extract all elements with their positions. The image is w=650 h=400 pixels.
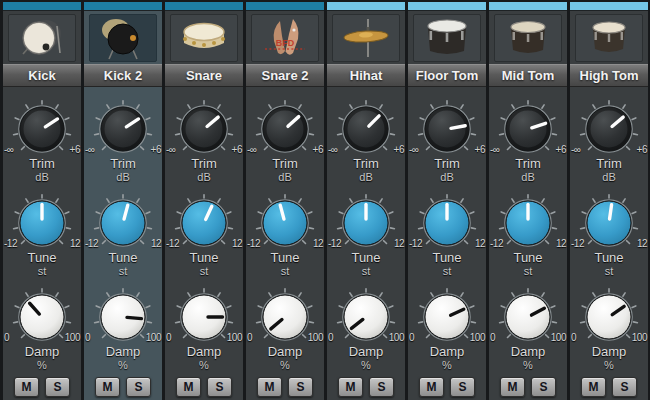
channel-mid-tom[interactable]: Mid Tom -∞ +6 Trim dB -12 12 Tune st 0 1…: [489, 0, 567, 400]
damp-label: Damp: [408, 344, 486, 359]
tune-label: Tune: [570, 250, 648, 265]
solo-button[interactable]: S: [45, 377, 70, 397]
trim-label: Trim: [327, 156, 405, 171]
channel-name[interactable]: Floor Tom: [408, 64, 486, 87]
channel-name[interactable]: Snare 2: [246, 64, 324, 87]
hihat-cymbal-image[interactable]: [332, 14, 400, 62]
tune-max-label: 12: [313, 238, 323, 249]
solo-button[interactable]: S: [207, 377, 232, 397]
tune-min-label: -12: [247, 238, 260, 249]
tune-label: Tune: [408, 250, 486, 265]
tune-knob[interactable]: [172, 194, 236, 252]
channel-snare[interactable]: Snare -∞ +6 Trim dB -12 12 Tune st 0 100: [165, 0, 243, 400]
trim-knob[interactable]: [577, 100, 641, 158]
tune-min-label: -12: [571, 238, 584, 249]
trim-knob[interactable]: [415, 100, 479, 158]
floor-tom-image[interactable]: [413, 14, 481, 62]
trim-label: Trim: [489, 156, 567, 171]
hand-clap-icon: BFD: [253, 15, 317, 61]
high-tom-image[interactable]: [575, 14, 643, 62]
damp-label: Damp: [489, 344, 567, 359]
tune-knob[interactable]: [496, 194, 560, 252]
mute-button[interactable]: M: [257, 377, 282, 397]
floor-tom-icon: [415, 15, 479, 61]
damp-max-label: 100: [551, 332, 566, 343]
channel-kick[interactable]: Kick -∞ +6 Trim dB -12 12 Tune st 0 100: [3, 0, 81, 400]
trim-label: Trim: [3, 156, 81, 171]
bass-drum-image[interactable]: [8, 14, 76, 62]
tune-min-label: -12: [328, 238, 341, 249]
trim-min-label: -∞: [4, 144, 13, 155]
channel-floor-tom[interactable]: Floor Tom -∞ +6 Trim dB -12 12 Tune st 0: [408, 0, 486, 400]
solo-button[interactable]: S: [531, 377, 556, 397]
channel-group-color-strip: [3, 0, 81, 11]
trim-knob[interactable]: [172, 100, 236, 158]
channel-group-color-strip: [84, 0, 162, 11]
solo-button[interactable]: S: [288, 377, 313, 397]
trim-knob[interactable]: [253, 100, 317, 158]
tune-max-label: 12: [151, 238, 161, 249]
solo-button[interactable]: S: [450, 377, 475, 397]
hand-clap-image[interactable]: BFD: [251, 14, 319, 62]
channel-kick-2[interactable]: Kick 2 -∞ +6 Trim dB -12 12 Tune st 0 10…: [84, 0, 162, 400]
mute-button[interactable]: M: [14, 377, 39, 397]
tune-max-label: 12: [556, 238, 566, 249]
snare-drum-image[interactable]: [170, 14, 238, 62]
damp-max-label: 100: [470, 332, 485, 343]
trim-knob[interactable]: [334, 100, 398, 158]
channel-name[interactable]: Snare: [165, 64, 243, 87]
bass-drum-icon: [10, 15, 74, 61]
trim-knob[interactable]: [10, 100, 74, 158]
mid-tom-image[interactable]: [494, 14, 562, 62]
trim-knob[interactable]: [496, 100, 560, 158]
tune-unit-label: st: [246, 265, 324, 278]
tune-knob[interactable]: [415, 194, 479, 252]
damp-min-label: 0: [166, 332, 171, 343]
tune-label: Tune: [3, 250, 81, 265]
mute-button[interactable]: M: [338, 377, 363, 397]
trim-knob[interactable]: [91, 100, 155, 158]
channel-name[interactable]: Kick 2: [84, 64, 162, 87]
tune-knob[interactable]: [10, 194, 74, 252]
trim-unit-label: dB: [489, 171, 567, 184]
solo-button[interactable]: S: [126, 377, 151, 397]
channel-name[interactable]: Mid Tom: [489, 64, 567, 87]
mute-button[interactable]: M: [581, 377, 606, 397]
tune-min-label: -12: [4, 238, 17, 249]
channel-group-color-strip: [570, 0, 648, 11]
trim-max-label: +6: [151, 144, 161, 155]
trim-unit-label: dB: [408, 171, 486, 184]
trim-max-label: +6: [313, 144, 323, 155]
damp-unit-label: %: [246, 359, 324, 372]
tune-knob[interactable]: [334, 194, 398, 252]
trim-min-label: -∞: [247, 144, 256, 155]
mute-button[interactable]: M: [95, 377, 120, 397]
solo-button[interactable]: S: [612, 377, 637, 397]
solo-button[interactable]: S: [369, 377, 394, 397]
tune-unit-label: st: [327, 265, 405, 278]
trim-unit-label: dB: [3, 171, 81, 184]
mute-button[interactable]: M: [176, 377, 201, 397]
tune-min-label: -12: [409, 238, 422, 249]
trim-min-label: -∞: [571, 144, 580, 155]
trim-unit-label: dB: [327, 171, 405, 184]
channel-name[interactable]: Kick: [3, 64, 81, 87]
trim-unit-label: dB: [246, 171, 324, 184]
mute-button[interactable]: M: [419, 377, 444, 397]
channel-name[interactable]: Hihat: [327, 64, 405, 87]
tune-knob[interactable]: [577, 194, 641, 252]
drum-mixer: Kick -∞ +6 Trim dB -12 12 Tune st 0 100: [0, 0, 650, 400]
tune-knob[interactable]: [91, 194, 155, 252]
mute-button[interactable]: M: [500, 377, 525, 397]
damp-label: Damp: [165, 344, 243, 359]
bass-drum-black-image[interactable]: [89, 14, 157, 62]
damp-max-label: 100: [65, 332, 80, 343]
trim-label: Trim: [570, 156, 648, 171]
channel-hihat[interactable]: Hihat -∞ +6 Trim dB -12 12 Tune st 0 100: [327, 0, 405, 400]
channel-name[interactable]: High Tom: [570, 64, 648, 87]
channel-group-color-strip: [489, 0, 567, 11]
tune-knob[interactable]: [253, 194, 317, 252]
damp-min-label: 0: [490, 332, 495, 343]
channel-high-tom[interactable]: High Tom -∞ +6 Trim dB -12 12 Tune st 0 …: [570, 0, 648, 400]
channel-snare-2[interactable]: BFD Snare 2 -∞ +6 Trim dB -12 12 Tune st…: [246, 0, 324, 400]
